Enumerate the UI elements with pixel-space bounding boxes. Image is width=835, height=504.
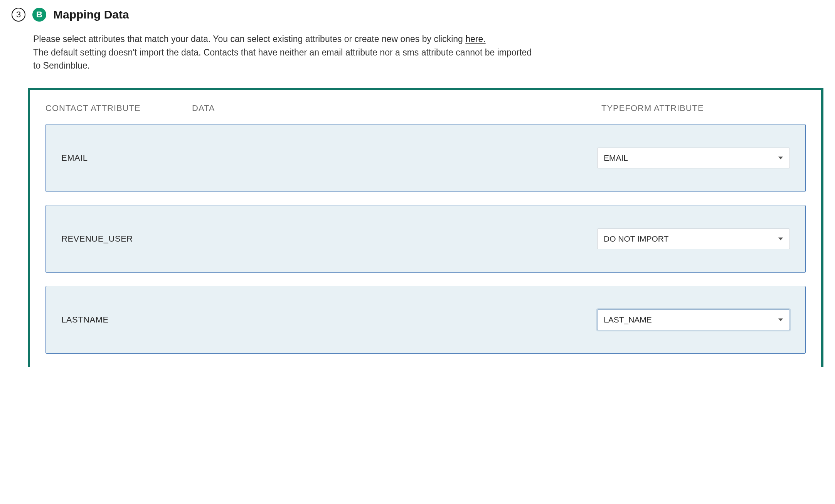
step-header: 3 B Mapping Data [12,8,823,22]
step-title: Mapping Data [53,8,129,21]
typeform-select-value: EMAIL [604,153,628,163]
step-number-badge: 3 [12,8,25,22]
columns-header: CONTACT ATTRIBUTE DATA TYPEFORM ATTRIBUT… [45,101,806,124]
typeform-select-wrap: EMAIL [597,148,790,168]
typeform-select-wrap: LAST_NAME [597,309,790,330]
description-line1: Please select attributes that match your… [33,34,465,44]
contact-attribute-label: LASTNAME [61,315,208,325]
mapping-row: REVENUE_USERDO NOT IMPORT [45,205,806,273]
typeform-attribute-select[interactable]: DO NOT IMPORT [597,228,790,249]
typeform-select-value: LAST_NAME [604,315,652,324]
typeform-select-wrap: DO NOT IMPORT [597,228,790,249]
mapping-panel: CONTACT ATTRIBUTE DATA TYPEFORM ATTRIBUT… [28,88,823,367]
column-header-data: DATA [192,103,601,113]
brand-badge-icon: B [32,8,46,22]
create-attribute-link[interactable]: here. [465,34,485,44]
brand-letter: B [36,10,42,20]
typeform-attribute-select[interactable]: EMAIL [597,148,790,168]
contact-attribute-label: REVENUE_USER [61,234,208,244]
column-header-typeform: TYPEFORM ATTRIBUTE [601,103,806,113]
step-number-text: 3 [16,10,21,20]
typeform-attribute-select[interactable]: LAST_NAME [597,309,790,330]
contact-attribute-label: EMAIL [61,153,208,163]
mapping-row: LASTNAMELAST_NAME [45,286,806,354]
step-description: Please select attributes that match your… [33,32,534,72]
mapping-row: EMAILEMAIL [45,124,806,192]
description-line2: The default setting doesn't import the d… [33,47,532,71]
typeform-select-value: DO NOT IMPORT [604,234,668,244]
column-header-contact: CONTACT ATTRIBUTE [45,103,192,113]
